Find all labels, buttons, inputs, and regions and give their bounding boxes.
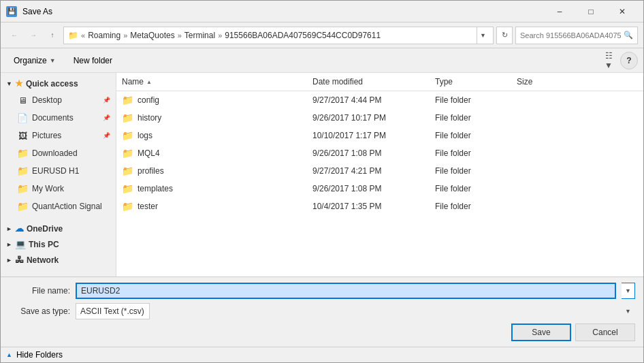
onedrive-label: OneDrive xyxy=(27,224,63,234)
file-name: MQL4 xyxy=(138,148,160,158)
sidebar-item-quantaction[interactable]: 📁 QuantAction Signal xyxy=(1,198,116,215)
column-type-label: Type xyxy=(435,77,453,86)
file-list-header: Name ▲ Date modified Type Size xyxy=(116,73,643,91)
network-icon: 🖧 xyxy=(15,255,24,265)
column-header-type[interactable]: Type xyxy=(430,74,511,89)
table-row[interactable]: 📁 history 9/26/2017 10:17 PM File folder xyxy=(116,109,643,127)
up-button[interactable]: ↑ xyxy=(44,27,61,44)
savetype-row: Save as type: ASCII Text (*.csv) ▼ xyxy=(9,303,635,319)
sidebar-item-desktop[interactable]: 🖥 Desktop 📌 xyxy=(1,91,116,109)
onedrive-arrow-icon: ► xyxy=(6,225,12,232)
file-name: profiles xyxy=(138,166,164,176)
sidebar-item-mywork[interactable]: 📁 My Work xyxy=(1,180,116,198)
sidebar-item-eurusd[interactable]: 📁 EURUSD H1 xyxy=(1,162,116,180)
table-row[interactable]: 📁 MQL4 9/26/2017 1:08 PM File folder xyxy=(116,144,643,162)
path-part-roaming: Roaming xyxy=(88,31,120,40)
save-button[interactable]: Save xyxy=(511,323,571,341)
dialog-icon: 💾 xyxy=(6,6,17,17)
address-dropdown-button[interactable]: ▼ xyxy=(477,27,489,44)
file-date: 9/27/2017 4:21 PM xyxy=(307,166,430,176)
savetype-select[interactable]: ASCII Text (*.csv) xyxy=(76,303,150,319)
quick-access-header[interactable]: ▼ ★ Quick access xyxy=(1,76,116,91)
filename-dropdown-button[interactable]: ▼ xyxy=(622,283,635,299)
path-part-metaquotes: MetaQuotes xyxy=(130,31,174,40)
file-name: templates xyxy=(138,184,173,193)
maximize-button[interactable]: □ xyxy=(575,1,607,22)
column-header-name[interactable]: Name ▲ xyxy=(116,74,307,89)
organize-button[interactable]: Organize ▼ xyxy=(6,52,63,69)
organize-arrow-icon: ▼ xyxy=(50,57,56,64)
sidebar: ▼ ★ Quick access 🖥 Desktop 📌 📄 Documents… xyxy=(1,73,116,277)
dialog-title: Save As xyxy=(22,7,544,16)
file-type: File folder xyxy=(430,202,511,211)
organize-label: Organize xyxy=(14,56,47,65)
quick-access-label: Quick access xyxy=(26,79,78,89)
action-row: Save Cancel xyxy=(9,323,635,341)
thispc-header[interactable]: ► 💻 This PC xyxy=(1,236,116,252)
address-path-box[interactable]: 📁 « Roaming » MetaQuotes » Terminal » 91… xyxy=(63,27,494,44)
back-button[interactable]: ← xyxy=(6,27,22,44)
forward-button[interactable]: → xyxy=(25,27,42,44)
quick-access-arrow-icon: ▼ xyxy=(6,80,12,87)
eurusd-icon: 📁 xyxy=(17,166,28,176)
window-controls: – □ ✕ xyxy=(544,1,638,22)
pictures-icon: 🖼 xyxy=(17,131,28,140)
cancel-button[interactable]: Cancel xyxy=(575,323,635,341)
table-row[interactable]: 📁 profiles 9/27/2017 4:21 PM File folder xyxy=(116,162,643,180)
hide-folders-arrow-icon: ▲ xyxy=(6,351,12,358)
folder-icon: 📁 xyxy=(122,130,133,141)
refresh-button[interactable]: ↻ xyxy=(496,27,513,44)
sort-arrow-icon: ▲ xyxy=(146,79,152,85)
file-type: File folder xyxy=(430,131,511,140)
file-list-area: Name ▲ Date modified Type Size 📁 con xyxy=(116,73,643,277)
pin-icon-pictures: 📌 xyxy=(103,132,110,139)
sidebar-item-documents[interactable]: 📄 Documents 📌 xyxy=(1,109,116,127)
toolbar: Organize ▼ New folder ☷ ▼ ? xyxy=(1,48,643,73)
folder-icon: 📁 xyxy=(122,183,133,194)
savetype-arrow-icon: ▼ xyxy=(625,308,631,315)
mywork-icon: 📁 xyxy=(17,184,28,193)
file-name: config xyxy=(138,95,159,105)
search-input[interactable] xyxy=(520,31,621,40)
table-row[interactable]: 📁 tester 10/4/2017 1:35 PM File folder xyxy=(116,198,643,215)
savetype-label: Save as type: xyxy=(9,306,70,316)
view-options-button[interactable]: ☷ ▼ xyxy=(600,52,617,69)
minimize-button[interactable]: – xyxy=(544,1,575,22)
downloaded-icon: 📁 xyxy=(17,148,28,158)
path-folder-icon: 📁 xyxy=(68,31,78,40)
sidebar-item-downloaded[interactable]: 📁 Downloaded xyxy=(1,144,116,162)
search-icon: 🔍 xyxy=(624,31,633,40)
file-type: File folder xyxy=(430,113,511,123)
table-row[interactable]: 📁 config 9/27/2017 4:44 PM File folder xyxy=(116,91,643,109)
filename-input[interactable] xyxy=(76,283,616,299)
folder-icon: 📁 xyxy=(122,165,133,176)
network-label: Network xyxy=(27,255,59,265)
help-button[interactable]: ? xyxy=(620,52,638,69)
filename-label: File name: xyxy=(9,286,70,296)
sidebar-item-pictures[interactable]: 🖼 Pictures 📌 xyxy=(1,127,116,144)
table-row[interactable]: 📁 logs 10/10/2017 1:17 PM File folder xyxy=(116,127,643,144)
pin-icon-desktop: 📌 xyxy=(103,97,110,104)
network-arrow-icon: ► xyxy=(6,257,12,264)
network-header[interactable]: ► 🖧 Network xyxy=(1,252,116,268)
close-button[interactable]: ✕ xyxy=(607,1,638,22)
column-header-date[interactable]: Date modified xyxy=(307,74,430,89)
onedrive-header[interactable]: ► ☁ OneDrive xyxy=(1,221,116,236)
new-folder-button[interactable]: New folder xyxy=(66,52,120,69)
folder-icon: 📁 xyxy=(122,201,133,212)
main-content: ▼ ★ Quick access 🖥 Desktop 📌 📄 Documents… xyxy=(1,73,643,277)
hide-folders-row[interactable]: ▲ Hide Folders xyxy=(1,347,643,362)
pictures-label: Pictures xyxy=(32,131,61,140)
column-header-size[interactable]: Size xyxy=(511,74,566,89)
file-type: File folder xyxy=(430,166,511,176)
folder-icon: 📁 xyxy=(122,148,133,159)
desktop-label: Desktop xyxy=(32,95,62,105)
title-bar: 💾 Save As – □ ✕ xyxy=(1,1,643,22)
table-row[interactable]: 📁 templates 9/26/2017 1:08 PM File folde… xyxy=(116,180,643,198)
filename-row: File name: ▼ xyxy=(9,283,635,299)
mywork-label: My Work xyxy=(32,184,64,193)
path-part-guid: 915566BA06ADA407569C544CC0D97611 xyxy=(225,31,381,40)
address-bar: ← → ↑ 📁 « Roaming » MetaQuotes » Termina… xyxy=(1,22,643,48)
column-name-label: Name xyxy=(122,77,144,86)
hide-folders-label: Hide Folders xyxy=(16,350,63,360)
